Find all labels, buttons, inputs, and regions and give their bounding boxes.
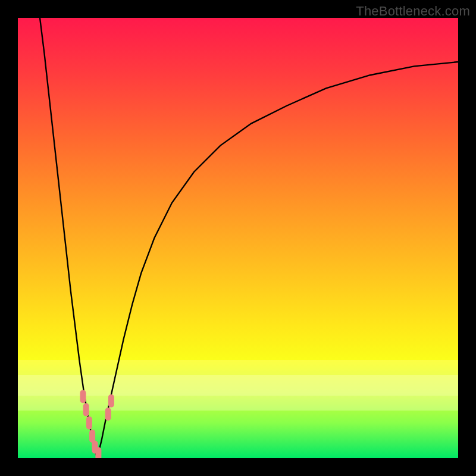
glow-band — [18, 360, 458, 411]
marker-point — [83, 403, 89, 416]
marker-point — [80, 390, 86, 403]
watermark-text: TheBottleneck.com — [356, 4, 470, 19]
chart-gradient-background — [18, 18, 458, 458]
chart-frame: TheBottleneck.com — [0, 0, 476, 476]
marker-point — [105, 408, 111, 421]
marker-point — [86, 416, 92, 430]
marker-point — [95, 447, 101, 458]
chart-overlay-svg — [18, 18, 458, 458]
marker-point — [108, 394, 114, 408]
